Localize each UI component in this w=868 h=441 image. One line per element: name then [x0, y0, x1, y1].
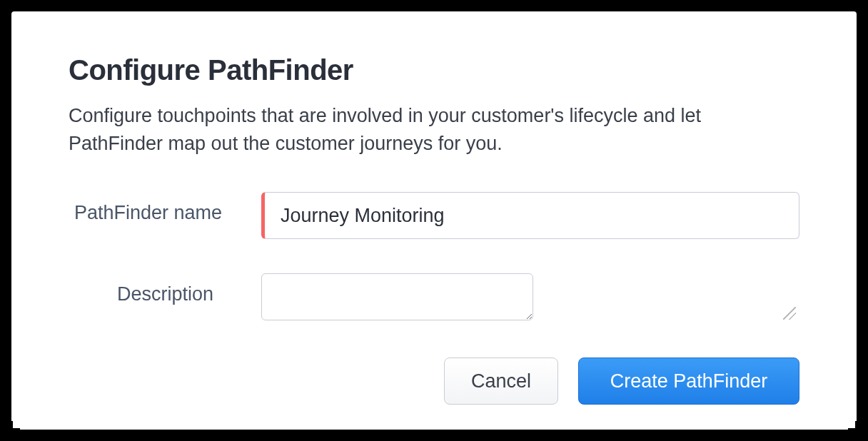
form-row-description: Description — [69, 273, 799, 323]
cropmark-icon — [10, 421, 20, 431]
description-textarea[interactable] — [261, 273, 533, 320]
pathfinder-name-label: PathFinder name — [69, 192, 261, 224]
form-row-name: PathFinder name — [69, 192, 799, 239]
dialog-title: Configure PathFinder — [69, 54, 799, 86]
create-pathfinder-button[interactable]: Create PathFinder — [578, 358, 799, 405]
pathfinder-name-input[interactable] — [261, 192, 799, 239]
description-label: Description — [69, 273, 261, 305]
dialog-subtitle: Configure touchpoints that are involved … — [69, 102, 799, 158]
cancel-button[interactable]: Cancel — [444, 358, 558, 405]
dialog-button-row: Cancel Create PathFinder — [69, 358, 799, 405]
description-textarea-wrapper — [261, 273, 799, 323]
configure-pathfinder-dialog: Configure PathFinder Configure touchpoin… — [11, 11, 857, 430]
cropmark-icon — [848, 421, 858, 431]
